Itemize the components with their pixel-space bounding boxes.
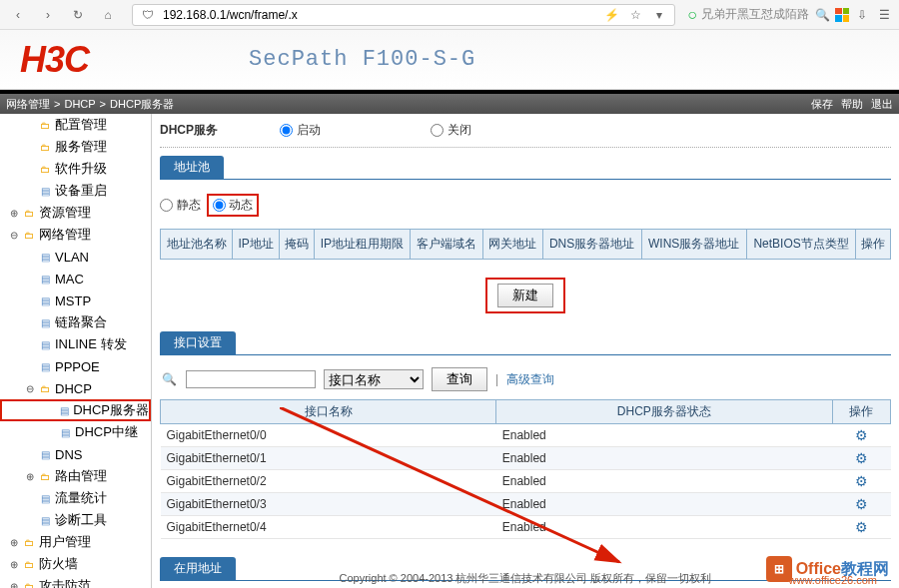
pool-col: 地址池名称: [161, 230, 233, 260]
edit-icon[interactable]: ⚙: [855, 519, 868, 535]
cell-status: Enabled: [496, 424, 832, 447]
sidebar-item-流量统计[interactable]: ▤流量统计: [0, 487, 151, 509]
sidebar-item-用户管理[interactable]: ⊕🗀用户管理: [0, 531, 151, 553]
watermark-url: www.office26.com: [789, 574, 877, 586]
sidebar-item-MSTP[interactable]: ▤MSTP: [0, 290, 151, 311]
radio-dynamic[interactable]: [213, 199, 226, 212]
folder-icon: 🗀: [38, 382, 52, 394]
sidebar-item-INLINE 转发[interactable]: ▤INLINE 转发: [0, 333, 151, 355]
sidebar-item-网络管理[interactable]: ⊖🗀网络管理: [0, 224, 151, 246]
pool-col: DNS服务器地址: [542, 230, 641, 260]
browser-toolbar: ‹ › ↻ ⌂ 🛡 ⚡ ☆ ▾ ○ 兄弟开黑互怼成陌路 🔍 ⇩ ☰: [0, 0, 899, 30]
tree-label: 软件升级: [55, 160, 107, 178]
tree-toggle-icon[interactable]: ⊕: [10, 208, 22, 219]
tree-label: 配置管理: [55, 116, 107, 134]
sidebar-item-DHCP[interactable]: ⊖🗀DHCP: [0, 377, 151, 399]
breadcrumb: 网络管理 > DHCP > DHCP服务器 保存 帮助 退出: [0, 94, 899, 114]
page-icon: ▤: [58, 426, 72, 438]
sidebar-item-链路聚合[interactable]: ▤链路聚合: [0, 311, 151, 333]
search-icon[interactable]: 🔍: [160, 372, 178, 386]
field-select[interactable]: 接口名称: [324, 369, 424, 389]
page-icon: ▤: [38, 360, 52, 372]
qihoo-icon[interactable]: ○: [687, 6, 697, 24]
nav-forward-icon[interactable]: ›: [36, 5, 60, 25]
sidebar-item-防火墙[interactable]: ⊕🗀防火墙: [0, 553, 151, 575]
bc-net[interactable]: 网络管理: [6, 97, 50, 112]
sidebar-item-攻击防范[interactable]: ⊕🗀攻击防范: [0, 575, 151, 588]
cell-status: Enabled: [496, 493, 832, 516]
folder-icon: 🗀: [22, 580, 36, 588]
tree-toggle-icon[interactable]: ⊖: [26, 383, 38, 394]
disable-label: 关闭: [448, 122, 471, 139]
cell-status: Enabled: [496, 447, 832, 470]
tree-toggle-icon[interactable]: ⊕: [10, 537, 22, 548]
tree-toggle-icon[interactable]: ⊕: [26, 471, 38, 482]
search-icon[interactable]: 🔍: [813, 6, 831, 24]
edit-icon[interactable]: ⚙: [855, 496, 868, 512]
sidebar-item-DNS[interactable]: ▤DNS: [0, 443, 151, 465]
pool-col: 操作: [856, 230, 891, 260]
tab-pool[interactable]: 地址池: [160, 156, 224, 179]
search-input[interactable]: [186, 370, 316, 388]
edit-icon[interactable]: ⚙: [855, 473, 868, 489]
edit-icon[interactable]: ⚙: [855, 427, 868, 443]
nav-back-icon[interactable]: ‹: [6, 5, 30, 25]
pool-table: 地址池名称IP地址掩码IP地址租用期限客户端域名网关地址DNS服务器地址WINS…: [160, 229, 891, 260]
bc-dhcp[interactable]: DHCP: [64, 98, 95, 110]
url-input[interactable]: [163, 8, 596, 22]
sidebar-item-软件升级[interactable]: 🗀软件升级: [0, 158, 151, 180]
menu-icon[interactable]: ☰: [875, 6, 893, 24]
msft-icon[interactable]: [835, 8, 849, 22]
sidebar-item-PPPOE[interactable]: ▤PPPOE: [0, 355, 151, 377]
new-button[interactable]: 新建: [497, 284, 553, 307]
sidebar-item-MAC[interactable]: ▤MAC: [0, 268, 151, 290]
table-row: GigabitEthernet0/4 Enabled ⚙: [161, 516, 891, 539]
sidebar-item-路由管理[interactable]: ⊕🗀路由管理: [0, 465, 151, 487]
tree-label: 路由管理: [55, 467, 107, 485]
brand-logo: H3C: [20, 39, 89, 81]
dropdown-icon[interactable]: ▾: [650, 6, 668, 24]
tree-toggle-icon[interactable]: ⊕: [10, 559, 22, 570]
query-button[interactable]: 查询: [432, 367, 487, 391]
page-icon: ▤: [38, 316, 52, 328]
tree-label: MAC: [55, 272, 84, 287]
sidebar-item-资源管理[interactable]: ⊕🗀资源管理: [0, 202, 151, 224]
advanced-query-link[interactable]: 高级查询: [506, 371, 554, 388]
tree-label: 防火墙: [39, 555, 78, 573]
sidebar-item-服务管理[interactable]: 🗀服务管理: [0, 136, 151, 158]
radio-static[interactable]: [160, 199, 173, 212]
bc-dhcp-server[interactable]: DHCP服务器: [110, 97, 174, 112]
tab-title: 兄弟开黑互怼成陌路: [701, 6, 809, 23]
sidebar-item-配置管理[interactable]: 🗀配置管理: [0, 114, 151, 136]
tree-label: MSTP: [55, 294, 91, 308]
sidebar-item-诊断工具[interactable]: ▤诊断工具: [0, 509, 151, 531]
radio-enable[interactable]: [280, 124, 293, 137]
page-icon: ▤: [38, 185, 52, 197]
tree-toggle-icon[interactable]: ⊕: [10, 581, 22, 589]
sidebar-item-DHCP服务器[interactable]: ▤DHCP服务器: [0, 399, 151, 421]
save-link[interactable]: 保存: [811, 97, 833, 112]
enable-label: 启动: [297, 122, 321, 139]
home-icon[interactable]: ⌂: [96, 5, 120, 25]
refresh-icon[interactable]: ↻: [66, 5, 90, 25]
pool-type-row: 静态 动态: [160, 188, 891, 223]
sidebar-item-DHCP中继[interactable]: ▤DHCP中继: [0, 421, 151, 443]
sidebar-item-VLAN[interactable]: ▤VLAN: [0, 246, 151, 268]
help-link[interactable]: 帮助: [841, 97, 863, 112]
product-name: SecPath F100-S-G: [249, 47, 475, 72]
bookmark-icon[interactable]: ☆: [626, 6, 644, 24]
app-header: H3C SecPath F100-S-G: [0, 30, 899, 90]
exit-link[interactable]: 退出: [871, 97, 893, 112]
cell-ifname: GigabitEthernet0/0: [161, 424, 496, 447]
cell-ifname: GigabitEthernet0/3: [161, 493, 496, 516]
flash-icon[interactable]: ⚡: [602, 6, 620, 24]
interface-table: 接口名称 DHCP服务器状态 操作 GigabitEthernet0/0 Ena…: [160, 399, 891, 539]
tab-interface[interactable]: 接口设置: [160, 331, 236, 354]
tree-label: 网络管理: [39, 226, 91, 244]
download-icon[interactable]: ⇩: [853, 6, 871, 24]
tree-toggle-icon[interactable]: ⊖: [10, 230, 22, 241]
pool-col: 客户端域名: [411, 230, 482, 260]
radio-disable[interactable]: [431, 124, 444, 137]
edit-icon[interactable]: ⚙: [855, 450, 868, 466]
sidebar-item-设备重启[interactable]: ▤设备重启: [0, 180, 151, 202]
